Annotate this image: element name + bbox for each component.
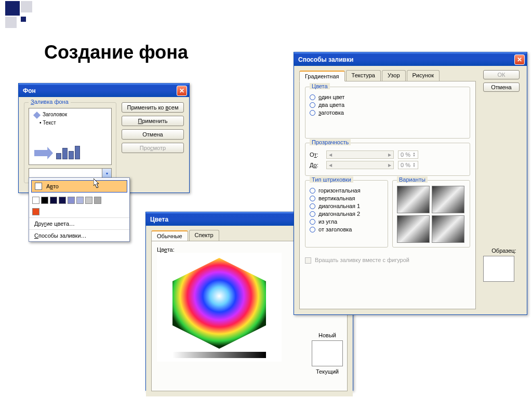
radio-shading-2[interactable]: диагональная 1 <box>310 203 383 209</box>
color-swatch[interactable] <box>32 197 39 204</box>
radio-shading-1[interactable]: вертикальная <box>310 195 383 201</box>
tab-pattern[interactable]: Узор <box>382 70 406 81</box>
svg-marker-0 <box>172 258 266 349</box>
tab-picture[interactable]: Рисунок <box>407 70 440 81</box>
to-percent-input[interactable]: 0 %▲▼ <box>398 161 418 169</box>
dialog-fill-effects-title: Способы заливки <box>296 56 514 63</box>
dialog-fill-effects: Способы заливки ✕ ГрадиентнаяТекстураУзо… <box>294 52 527 315</box>
radio-two-colors[interactable]: два цвета <box>310 102 466 108</box>
color-swatch[interactable] <box>59 197 66 204</box>
ok-button: ОК <box>483 70 520 79</box>
apply-button[interactable]: Применить <box>122 116 184 126</box>
color-swatch[interactable] <box>32 208 39 215</box>
variant-grid <box>397 186 464 243</box>
tab-texture[interactable]: Текстура <box>346 70 381 81</box>
fill-effects-item[interactable]: Способы заливки… <box>29 229 129 241</box>
close-icon[interactable]: ✕ <box>177 86 187 96</box>
svg-rect-1 <box>172 352 266 358</box>
color-swatch[interactable] <box>50 197 57 204</box>
sample-label: Образец: <box>483 248 525 254</box>
from-percent-input[interactable]: 0 %▲▼ <box>398 150 418 159</box>
new-color-sample <box>312 340 343 366</box>
apply-all-button[interactable]: Применить ко всем <box>122 102 184 113</box>
cancel-button[interactable]: Отмена <box>122 129 184 140</box>
color-swatch[interactable] <box>76 197 84 204</box>
cursor-icon <box>94 179 101 189</box>
radio-preset[interactable]: заготовка <box>310 109 466 116</box>
color-swatch[interactable] <box>68 197 75 204</box>
current-color-label: Текущий <box>312 368 343 375</box>
color-swatch[interactable] <box>94 197 101 204</box>
variant-option[interactable] <box>397 186 430 213</box>
from-slider[interactable]: ◀▶ <box>326 150 394 159</box>
more-colors-item[interactable]: Другие цвета… <box>29 217 129 229</box>
rotate-label: Вращать заливку вместе с фигурой <box>315 257 409 263</box>
groupbox-colors-label: Цвета <box>310 83 330 89</box>
fill-color-dropdown[interactable]: ▾ <box>29 168 112 179</box>
tab-spectrum[interactable]: Спектр <box>189 230 219 241</box>
color-swatch[interactable] <box>85 197 92 204</box>
variant-option[interactable] <box>432 215 464 243</box>
color-hexagon-picker[interactable] <box>157 253 282 362</box>
from-label: От: <box>310 152 322 158</box>
groupbox-fill-label: Заливка фона <box>29 99 71 105</box>
radio-shading-4[interactable]: из угла <box>310 218 383 225</box>
radio-shading-3[interactable]: диагональная 2 <box>310 211 383 217</box>
auto-color-label: Авто <box>46 183 59 189</box>
dialog-background: Фон ✕ Заливка фона Заголовок • Текст ▾ П… <box>18 83 190 193</box>
rotate-checkbox <box>305 257 311 264</box>
groupbox-variants-label: Варианты <box>397 176 428 183</box>
preview-button: Просмотр <box>122 143 184 153</box>
groupbox-transparency-label: Прозрачность <box>310 139 351 145</box>
variant-option[interactable] <box>397 215 430 243</box>
variant-option[interactable] <box>432 186 464 213</box>
groupbox-shading-label: Тип штриховки <box>310 176 353 183</box>
cancel-button[interactable]: Отмена <box>483 83 520 92</box>
tab-standard[interactable]: Обычные <box>151 230 188 241</box>
sample-preview <box>483 256 514 282</box>
close-icon[interactable]: ✕ <box>514 54 525 65</box>
radio-one-color[interactable]: один цвет <box>310 94 466 100</box>
color-swatch[interactable] <box>41 197 48 204</box>
radio-shading-5[interactable]: от заголовка <box>310 226 383 232</box>
chevron-down-icon[interactable]: ▾ <box>102 169 111 178</box>
page-title: Создание фона <box>44 42 188 63</box>
radio-shading-0[interactable]: горизонтальная <box>310 187 383 194</box>
auto-color-item[interactable]: Авто <box>31 180 127 193</box>
dialog-background-title: Фон <box>21 87 177 94</box>
to-label: До: <box>310 162 322 168</box>
color-palette-popup: Авто Другие цвета… Способы заливки… <box>29 177 130 242</box>
tab-gradient[interactable]: Градиентная <box>299 71 345 81</box>
to-slider[interactable]: ◀▶ <box>326 161 394 169</box>
new-color-label: Новый <box>312 332 343 338</box>
slide-preview: Заголовок • Текст <box>29 108 112 165</box>
